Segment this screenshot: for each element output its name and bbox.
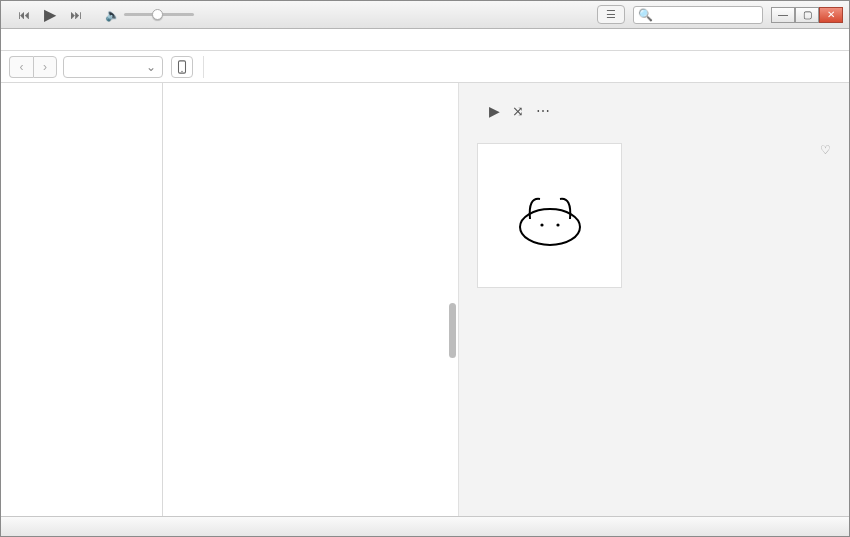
forward-button[interactable]: › — [33, 56, 57, 78]
chevron-down-icon — [146, 60, 156, 74]
scrollbar-thumb[interactable] — [449, 303, 456, 358]
play-all-button[interactable]: ▶ — [489, 103, 500, 119]
list-view-button[interactable]: ☰ — [597, 5, 625, 24]
search-input[interactable]: 🔍 — [633, 6, 763, 24]
source-select[interactable] — [63, 56, 163, 78]
cover-art-icon — [510, 179, 590, 249]
content-area: ▶ ⤨ ⋯ ♡ — [1, 83, 849, 516]
playback-controls: ⏮ ▶ ⏭ — [13, 8, 87, 22]
artist-list[interactable] — [163, 83, 459, 516]
volume-slider[interactable] — [124, 13, 194, 16]
speaker-icon: 🔈 — [105, 8, 120, 22]
back-button[interactable]: ‹ — [9, 56, 33, 78]
svg-point-1 — [181, 70, 182, 71]
player-titlebar: ⏮ ▶ ⏭ 🔈 ☰ 🔍 — ▢ ✕ — [1, 1, 849, 29]
detail-panel: ▶ ⤨ ⋯ ♡ — [459, 83, 849, 516]
menu-bar — [1, 29, 849, 51]
track-list: ♡ — [640, 143, 831, 288]
device-button[interactable] — [171, 56, 193, 78]
shuffle-button[interactable]: ⤨ — [512, 103, 524, 119]
album-cover[interactable] — [477, 143, 622, 288]
maximize-button[interactable]: ▢ — [795, 7, 819, 23]
more-button[interactable]: ⋯ — [536, 103, 550, 119]
phone-icon — [177, 60, 187, 74]
status-bar — [1, 516, 849, 536]
next-track-button[interactable]: ⏭ — [65, 8, 87, 22]
svg-point-4 — [556, 223, 559, 226]
nav-toolbar: ‹ › — [1, 51, 849, 83]
play-button[interactable]: ▶ — [39, 8, 61, 22]
window-controls: — ▢ ✕ — [771, 7, 843, 23]
favorite-button[interactable]: ♡ — [820, 143, 831, 157]
close-button[interactable]: ✕ — [819, 7, 843, 23]
volume-control[interactable]: 🔈 — [105, 8, 194, 22]
search-icon: 🔍 — [638, 8, 653, 22]
svg-point-3 — [540, 223, 543, 226]
prev-track-button[interactable]: ⏮ — [13, 8, 35, 22]
sidebar — [1, 83, 163, 516]
minimize-button[interactable]: — — [771, 7, 795, 23]
